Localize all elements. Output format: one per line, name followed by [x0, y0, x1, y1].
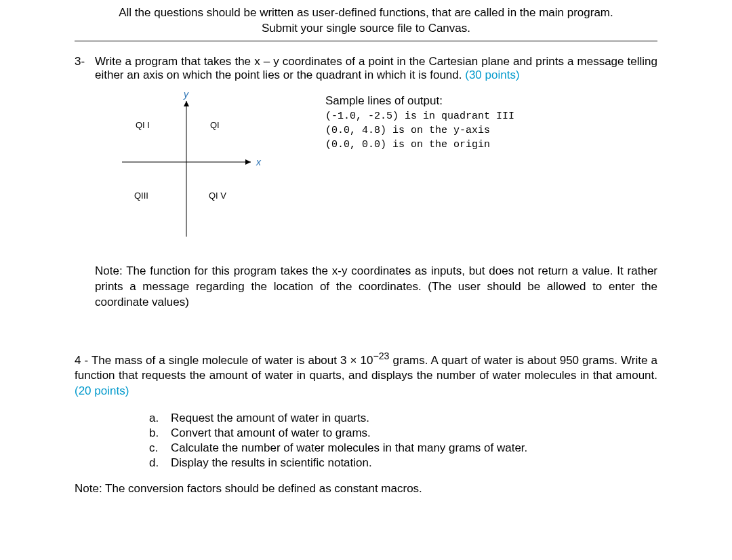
cartesian-diagram: y x QI I QI QIII QI V: [95, 94, 305, 243]
list-text-d: Display the results in scientific notati…: [171, 456, 657, 470]
list-text-b: Convert that amount of water to grams.: [171, 426, 657, 440]
x-axis-label: x: [256, 157, 261, 167]
y-axis-label: y: [184, 89, 188, 100]
header-line-2: Submit your single source file to Canvas…: [75, 21, 657, 37]
list-letter-d: d.: [149, 456, 171, 470]
quadrant-2-label: QI I: [136, 120, 150, 130]
q4-list: a. Request the amount of water in quarts…: [149, 412, 657, 470]
sample-output: Sample lines of output: (-1.0, -2.5) is …: [305, 94, 657, 243]
axes-svg: [95, 94, 298, 243]
sample-title: Sample lines of output:: [325, 94, 657, 108]
q4-exponent: −23: [373, 351, 389, 361]
header-line-1: All the questions should be written as u…: [75, 5, 657, 21]
q3-note: Note: The function for this program take…: [95, 264, 657, 311]
q3-text: Write a program that takes the x – y coo…: [95, 55, 657, 81]
list-text-a: Request the amount of water in quarts.: [171, 412, 657, 425]
svg-marker-1: [245, 159, 251, 165]
quadrant-4-label: QI V: [209, 191, 226, 201]
list-letter-a: a.: [149, 412, 171, 425]
q4-intro-prefix: 4 - The mass of a single molecule of wat…: [75, 353, 373, 366]
list-text-c: Calculate the number of water molecules …: [171, 441, 657, 455]
quadrant-1-label: QI: [210, 120, 220, 130]
list-item: a. Request the amount of water in quarts…: [149, 412, 657, 425]
list-item: d. Display the results in scientific not…: [149, 456, 657, 470]
q3-points: (30 points): [465, 68, 519, 81]
list-letter-b: b.: [149, 426, 171, 440]
list-item: c. Calculate the number of water molecul…: [149, 441, 657, 455]
question-4: 4 - The mass of a single molecule of wat…: [75, 350, 657, 496]
svg-marker-3: [184, 101, 189, 106]
q4-note: Note: The conversion factors should be d…: [75, 482, 657, 496]
header: All the questions should be written as u…: [75, 5, 657, 41]
q3-body: Write a program that takes the x – y coo…: [95, 55, 657, 82]
q3-number: 3-: [75, 55, 95, 82]
sample-lines: (-1.0, -2.5) is in quadrant III (0.0, 4.…: [325, 109, 657, 152]
quadrant-3-label: QIII: [134, 191, 148, 201]
q4-intro: 4 - The mass of a single molecule of wat…: [75, 350, 657, 399]
list-letter-c: c.: [149, 441, 171, 455]
list-item: b. Convert that amount of water to grams…: [149, 426, 657, 440]
q4-points: (20 points): [75, 384, 129, 397]
question-3: 3- Write a program that takes the x – y …: [75, 55, 657, 311]
